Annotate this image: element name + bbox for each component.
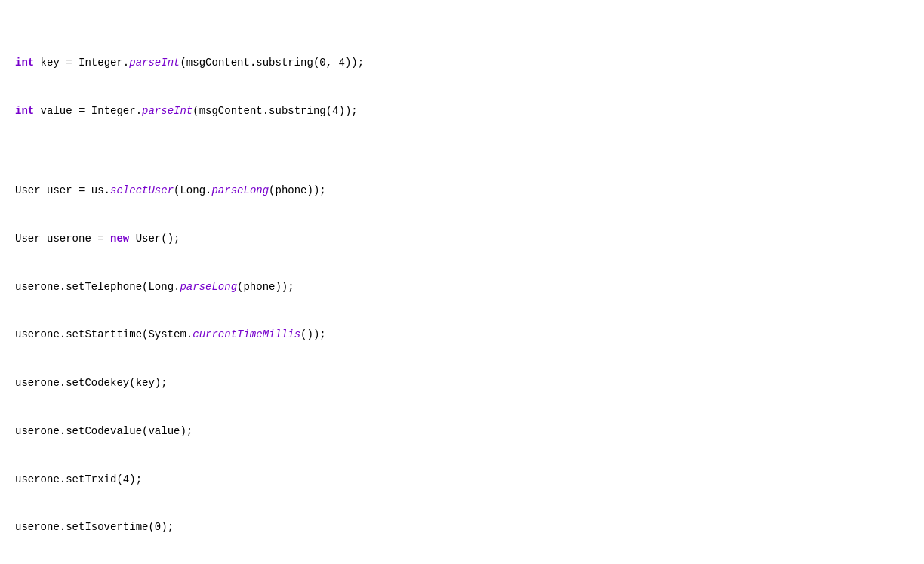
code-line-7: userone.setStarttime(System.currentTimeM… [15,327,909,344]
code-line-1: int key = Integer.parseInt(msgContent.su… [15,55,909,72]
code-line-8: userone.setCodekey(key); [15,375,909,392]
code-line-2: int value = Integer.parseInt(msgContent.… [15,103,909,120]
code-line-11: userone.setIsovertime(0); [15,519,909,536]
code-line-10: userone.setTrxid(4); [15,472,909,488]
code-line-9: userone.setCodevalue(value); [15,424,909,440]
code-line-4: User user = us.selectUser(Long.parseLong… [15,183,909,199]
code-editor: int key = Integer.parseInt(msgContent.su… [0,0,924,564]
code-line-6: userone.setTelephone(Long.parseLong(phon… [15,279,909,296]
code-line-5: User userone = new User(); [15,231,909,248]
